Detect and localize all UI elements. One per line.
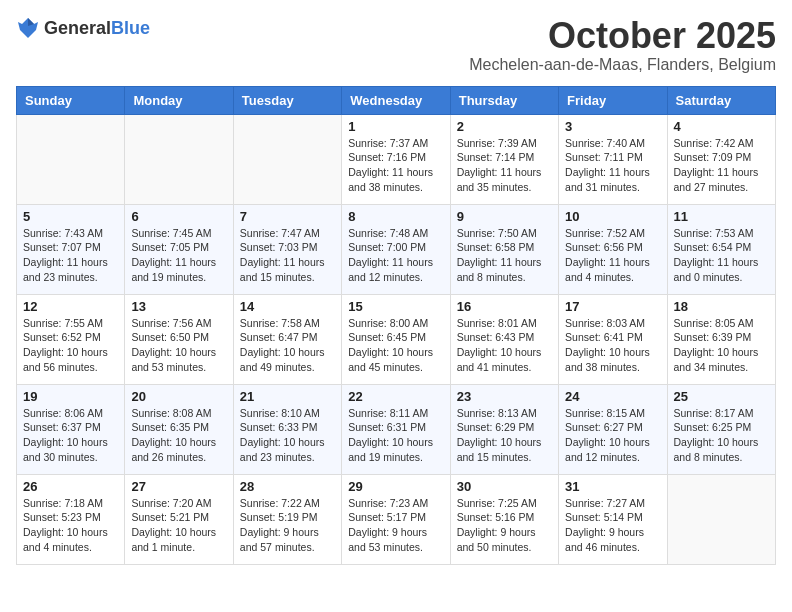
day-number: 11 <box>674 209 769 224</box>
day-number: 1 <box>348 119 443 134</box>
day-number: 24 <box>565 389 660 404</box>
table-row: 14Sunrise: 7:58 AM Sunset: 6:47 PM Dayli… <box>233 294 341 384</box>
table-row <box>125 114 233 204</box>
day-number: 18 <box>674 299 769 314</box>
day-number: 27 <box>131 479 226 494</box>
header-sunday: Sunday <box>17 86 125 114</box>
day-info: Sunrise: 7:53 AM Sunset: 6:54 PM Dayligh… <box>674 226 769 285</box>
day-number: 10 <box>565 209 660 224</box>
table-row: 16Sunrise: 8:01 AM Sunset: 6:43 PM Dayli… <box>450 294 558 384</box>
day-info: Sunrise: 7:18 AM Sunset: 5:23 PM Dayligh… <box>23 496 118 555</box>
table-row: 13Sunrise: 7:56 AM Sunset: 6:50 PM Dayli… <box>125 294 233 384</box>
day-number: 3 <box>565 119 660 134</box>
day-number: 19 <box>23 389 118 404</box>
day-info: Sunrise: 7:47 AM Sunset: 7:03 PM Dayligh… <box>240 226 335 285</box>
day-info: Sunrise: 8:08 AM Sunset: 6:35 PM Dayligh… <box>131 406 226 465</box>
table-row: 26Sunrise: 7:18 AM Sunset: 5:23 PM Dayli… <box>17 474 125 564</box>
table-row: 25Sunrise: 8:17 AM Sunset: 6:25 PM Dayli… <box>667 384 775 474</box>
day-info: Sunrise: 8:17 AM Sunset: 6:25 PM Dayligh… <box>674 406 769 465</box>
table-row: 30Sunrise: 7:25 AM Sunset: 5:16 PM Dayli… <box>450 474 558 564</box>
day-number: 12 <box>23 299 118 314</box>
page-header: GeneralBlue October 2025 Mechelen-aan-de… <box>16 16 776 74</box>
day-info: Sunrise: 8:05 AM Sunset: 6:39 PM Dayligh… <box>674 316 769 375</box>
table-row: 21Sunrise: 8:10 AM Sunset: 6:33 PM Dayli… <box>233 384 341 474</box>
day-number: 2 <box>457 119 552 134</box>
table-row: 23Sunrise: 8:13 AM Sunset: 6:29 PM Dayli… <box>450 384 558 474</box>
table-row <box>233 114 341 204</box>
logo-blue: Blue <box>111 18 150 38</box>
day-number: 8 <box>348 209 443 224</box>
day-info: Sunrise: 8:03 AM Sunset: 6:41 PM Dayligh… <box>565 316 660 375</box>
table-row: 20Sunrise: 8:08 AM Sunset: 6:35 PM Dayli… <box>125 384 233 474</box>
table-row: 15Sunrise: 8:00 AM Sunset: 6:45 PM Dayli… <box>342 294 450 384</box>
day-info: Sunrise: 8:06 AM Sunset: 6:37 PM Dayligh… <box>23 406 118 465</box>
table-row: 18Sunrise: 8:05 AM Sunset: 6:39 PM Dayli… <box>667 294 775 384</box>
day-info: Sunrise: 7:25 AM Sunset: 5:16 PM Dayligh… <box>457 496 552 555</box>
logo: GeneralBlue <box>16 16 150 40</box>
table-row: 1Sunrise: 7:37 AM Sunset: 7:16 PM Daylig… <box>342 114 450 204</box>
day-info: Sunrise: 7:56 AM Sunset: 6:50 PM Dayligh… <box>131 316 226 375</box>
table-row: 24Sunrise: 8:15 AM Sunset: 6:27 PM Dayli… <box>559 384 667 474</box>
day-info: Sunrise: 8:15 AM Sunset: 6:27 PM Dayligh… <box>565 406 660 465</box>
day-number: 7 <box>240 209 335 224</box>
day-number: 29 <box>348 479 443 494</box>
day-number: 17 <box>565 299 660 314</box>
calendar: Sunday Monday Tuesday Wednesday Thursday… <box>16 86 776 565</box>
day-info: Sunrise: 7:48 AM Sunset: 7:00 PM Dayligh… <box>348 226 443 285</box>
day-info: Sunrise: 7:45 AM Sunset: 7:05 PM Dayligh… <box>131 226 226 285</box>
day-info: Sunrise: 8:11 AM Sunset: 6:31 PM Dayligh… <box>348 406 443 465</box>
day-info: Sunrise: 7:58 AM Sunset: 6:47 PM Dayligh… <box>240 316 335 375</box>
header-monday: Monday <box>125 86 233 114</box>
title-section: October 2025 Mechelen-aan-de-Maas, Fland… <box>469 16 776 74</box>
day-number: 22 <box>348 389 443 404</box>
day-number: 23 <box>457 389 552 404</box>
day-info: Sunrise: 8:10 AM Sunset: 6:33 PM Dayligh… <box>240 406 335 465</box>
table-row: 29Sunrise: 7:23 AM Sunset: 5:17 PM Dayli… <box>342 474 450 564</box>
table-row: 3Sunrise: 7:40 AM Sunset: 7:11 PM Daylig… <box>559 114 667 204</box>
week-row-3: 12Sunrise: 7:55 AM Sunset: 6:52 PM Dayli… <box>17 294 776 384</box>
day-number: 31 <box>565 479 660 494</box>
day-number: 30 <box>457 479 552 494</box>
table-row: 17Sunrise: 8:03 AM Sunset: 6:41 PM Dayli… <box>559 294 667 384</box>
table-row: 6Sunrise: 7:45 AM Sunset: 7:05 PM Daylig… <box>125 204 233 294</box>
header-friday: Friday <box>559 86 667 114</box>
day-number: 13 <box>131 299 226 314</box>
day-number: 15 <box>348 299 443 314</box>
day-info: Sunrise: 7:27 AM Sunset: 5:14 PM Dayligh… <box>565 496 660 555</box>
header-thursday: Thursday <box>450 86 558 114</box>
week-row-4: 19Sunrise: 8:06 AM Sunset: 6:37 PM Dayli… <box>17 384 776 474</box>
day-number: 26 <box>23 479 118 494</box>
table-row <box>17 114 125 204</box>
day-info: Sunrise: 8:01 AM Sunset: 6:43 PM Dayligh… <box>457 316 552 375</box>
day-info: Sunrise: 7:22 AM Sunset: 5:19 PM Dayligh… <box>240 496 335 555</box>
header-tuesday: Tuesday <box>233 86 341 114</box>
table-row: 2Sunrise: 7:39 AM Sunset: 7:14 PM Daylig… <box>450 114 558 204</box>
table-row: 11Sunrise: 7:53 AM Sunset: 6:54 PM Dayli… <box>667 204 775 294</box>
day-info: Sunrise: 7:39 AM Sunset: 7:14 PM Dayligh… <box>457 136 552 195</box>
day-info: Sunrise: 7:55 AM Sunset: 6:52 PM Dayligh… <box>23 316 118 375</box>
day-info: Sunrise: 7:43 AM Sunset: 7:07 PM Dayligh… <box>23 226 118 285</box>
weekday-header-row: Sunday Monday Tuesday Wednesday Thursday… <box>17 86 776 114</box>
day-info: Sunrise: 7:23 AM Sunset: 5:17 PM Dayligh… <box>348 496 443 555</box>
day-number: 28 <box>240 479 335 494</box>
day-number: 5 <box>23 209 118 224</box>
day-info: Sunrise: 7:50 AM Sunset: 6:58 PM Dayligh… <box>457 226 552 285</box>
table-row: 10Sunrise: 7:52 AM Sunset: 6:56 PM Dayli… <box>559 204 667 294</box>
logo-icon <box>16 16 40 40</box>
table-row: 22Sunrise: 8:11 AM Sunset: 6:31 PM Dayli… <box>342 384 450 474</box>
day-info: Sunrise: 8:13 AM Sunset: 6:29 PM Dayligh… <box>457 406 552 465</box>
day-number: 25 <box>674 389 769 404</box>
location-title: Mechelen-aan-de-Maas, Flanders, Belgium <box>469 56 776 74</box>
table-row: 7Sunrise: 7:47 AM Sunset: 7:03 PM Daylig… <box>233 204 341 294</box>
table-row: 28Sunrise: 7:22 AM Sunset: 5:19 PM Dayli… <box>233 474 341 564</box>
day-number: 9 <box>457 209 552 224</box>
header-saturday: Saturday <box>667 86 775 114</box>
table-row: 19Sunrise: 8:06 AM Sunset: 6:37 PM Dayli… <box>17 384 125 474</box>
day-number: 14 <box>240 299 335 314</box>
day-info: Sunrise: 7:37 AM Sunset: 7:16 PM Dayligh… <box>348 136 443 195</box>
week-row-5: 26Sunrise: 7:18 AM Sunset: 5:23 PM Dayli… <box>17 474 776 564</box>
week-row-2: 5Sunrise: 7:43 AM Sunset: 7:07 PM Daylig… <box>17 204 776 294</box>
day-number: 21 <box>240 389 335 404</box>
table-row: 9Sunrise: 7:50 AM Sunset: 6:58 PM Daylig… <box>450 204 558 294</box>
table-row <box>667 474 775 564</box>
